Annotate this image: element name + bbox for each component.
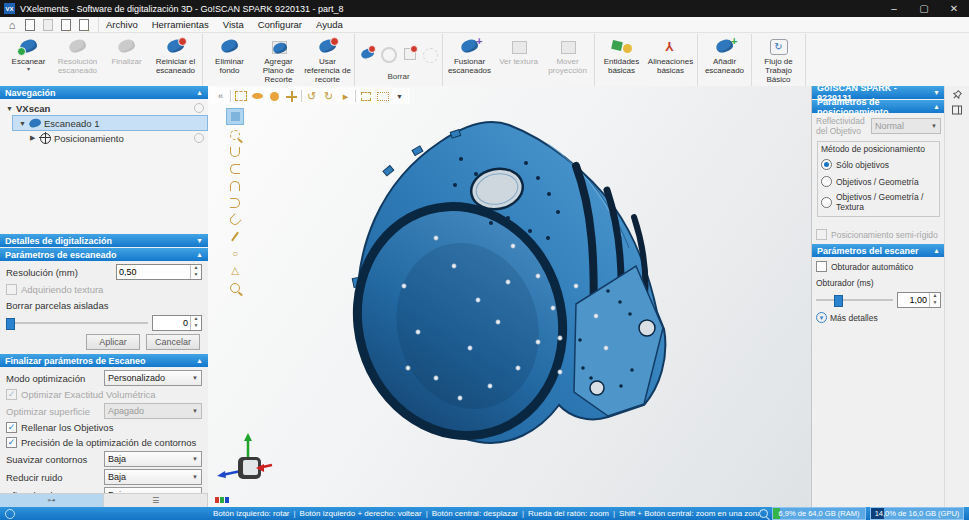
home-icon[interactable]: ⌂ xyxy=(6,19,18,31)
scan-button[interactable]: Escanear ▾ xyxy=(4,35,53,73)
merge-scans-icon: + xyxy=(457,37,483,57)
row-options-icon[interactable] xyxy=(194,133,204,143)
optimization-mode-select[interactable]: Personalizado▼ xyxy=(104,370,202,386)
smooth-contours-select[interactable]: Baja▼ xyxy=(104,451,202,467)
panel-layout-icon[interactable] xyxy=(951,104,963,116)
collapse-chevron-icon[interactable]: ▲ xyxy=(196,251,203,258)
remove-background-button[interactable]: Eliminar fondo xyxy=(205,35,254,75)
erase-eraser-icon[interactable] xyxy=(401,45,419,63)
collapse-chevron-icon[interactable]: ▲ xyxy=(933,103,940,110)
merge-scans-button[interactable]: + Fusionar escaneados xyxy=(445,35,494,75)
new-document-icon[interactable] xyxy=(24,19,36,31)
spinner-arrows-icon[interactable]: ▲▼ xyxy=(929,293,940,307)
radio-icon[interactable] xyxy=(821,197,832,208)
maximize-button[interactable]: ▢ xyxy=(909,0,939,17)
isolated-patches-spinner[interactable]: ▲▼ xyxy=(152,315,202,331)
scanner-parameters-header[interactable]: Parámetros del escaner▲ xyxy=(812,244,945,257)
contour-precision-label: Precisión de la optimización de contorno… xyxy=(21,437,202,448)
cancel-button[interactable]: Cancelar xyxy=(146,334,200,350)
semi-rigid-checkbox xyxy=(816,229,827,240)
resolution-input[interactable] xyxy=(117,265,190,279)
finalize-button: Finalizar xyxy=(102,35,151,66)
save-icon xyxy=(42,19,54,31)
isolated-patches-input[interactable] xyxy=(153,316,190,330)
menu-vista[interactable]: Vista xyxy=(216,19,251,30)
erase-circle-icon xyxy=(381,47,397,63)
pin-icon[interactable] xyxy=(951,89,963,101)
row-options-icon[interactable] xyxy=(194,103,204,113)
shutter-input[interactable] xyxy=(898,293,929,307)
clipping-reference-button[interactable]: Usar referencia de recorte xyxy=(303,35,352,85)
tab-list-view[interactable]: ☰ xyxy=(104,494,208,507)
left-panel-tabs: ⊶ ☰ xyxy=(0,493,208,507)
shutter-slider[interactable] xyxy=(816,294,893,306)
menu-configurar[interactable]: Configurar xyxy=(251,19,309,30)
auto-shutter-checkbox[interactable] xyxy=(816,261,827,272)
texture-label: Adquiriendo textura xyxy=(21,284,202,295)
close-button[interactable]: ✕ xyxy=(939,0,969,17)
export-icon[interactable] xyxy=(78,19,90,31)
isolated-patches-slider[interactable] xyxy=(6,317,148,329)
collapse-chevron-icon[interactable]: ▲ xyxy=(196,89,203,96)
positioning-node-icon xyxy=(40,133,51,144)
erase-group-label: Borrar xyxy=(387,72,409,81)
more-details-toggle[interactable]: ▼ Más detalles xyxy=(816,311,941,324)
radio-objetivos-geometria[interactable]: Objetivos / Geometría xyxy=(821,175,936,188)
finalize-parameters-body: Modo optimización Personalizado▼ Optimiz… xyxy=(0,367,208,507)
scan-parameters-header[interactable]: Parámetros de escaneado▲ xyxy=(0,248,208,261)
fill-targets-checkbox[interactable] xyxy=(6,422,17,433)
minimize-button[interactable]: – xyxy=(879,0,909,17)
collapse-chevron-icon[interactable]: ▲ xyxy=(196,357,203,364)
spinner-arrows-icon[interactable]: ▲▼ xyxy=(190,265,201,279)
right-panel: Go!SCAN SPARK - 9220131▼ Parámetros de p… xyxy=(811,86,945,507)
window-title: VXelements - Software de digitalización … xyxy=(20,4,344,14)
erase-brush-icon[interactable] xyxy=(359,45,377,63)
finalize-parameters-header[interactable]: Finalizar parámetros de Escaneo▲ xyxy=(0,354,208,367)
radio-objetivos-geometria-textura[interactable]: Objetivos / Geometría / Textura xyxy=(821,192,936,212)
expand-arrow-icon[interactable]: ▼ xyxy=(6,105,13,112)
expand-arrow-icon[interactable]: ▼ xyxy=(19,120,26,127)
positioning-parameters-header[interactable]: Parámetros de posicionamiento▲ xyxy=(812,100,945,113)
status-magnifier-icon[interactable] xyxy=(759,509,768,518)
tree-item-posicionamiento[interactable]: ▶ Posicionamiento xyxy=(24,131,208,145)
tab-tree-view[interactable]: ⊶ xyxy=(0,494,104,507)
restart-scan-button[interactable]: Reiniciar el escaneado xyxy=(151,35,200,75)
tree-item-escaneado[interactable]: ▼ Escaneado 1 xyxy=(12,115,208,131)
collapsed-arrow-icon[interactable]: ▶ xyxy=(30,134,37,142)
add-scan-button[interactable]: + Añadir escaneado xyxy=(700,35,749,75)
viewport-logo xyxy=(215,497,229,503)
viewport-3d[interactable]: « ↺ ↻ ▸ ▼ xyxy=(208,86,812,507)
mouse-hints: Botón izquierdo: rotar| Botón izquierdo … xyxy=(213,509,759,518)
digitization-details-header[interactable]: Detalles de digitalización▼ xyxy=(0,234,208,247)
optimization-mode-label: Modo optimización xyxy=(6,373,100,384)
spinner-arrows-icon[interactable]: ▲▼ xyxy=(190,316,201,330)
add-clipping-plane-icon xyxy=(266,37,292,57)
resolution-spinner[interactable]: ▲▼ xyxy=(116,264,202,280)
navigation-header[interactable]: Navegación▲ xyxy=(0,86,208,99)
import-icon[interactable] xyxy=(60,19,72,31)
guided-workflow-button[interactable]: ↻ Flujo de Trabajo Básico guiado xyxy=(754,35,803,94)
scan-dropdown-caret[interactable]: ▾ xyxy=(27,66,30,73)
reduce-noise-select[interactable]: Baja▼ xyxy=(104,469,202,485)
chevron-down-icon[interactable]: ▼ xyxy=(933,89,940,96)
apply-button[interactable]: Aplicar xyxy=(86,334,140,350)
basic-alignments-button[interactable]: Y Alineaciones básicas xyxy=(646,35,695,75)
add-clipping-plane-button[interactable]: Agregar Plano de Recorte xyxy=(254,35,303,85)
expand-chevron-icon[interactable]: ▼ xyxy=(196,237,203,244)
radio-icon[interactable] xyxy=(821,176,832,187)
view-texture-button: Ver textura xyxy=(494,35,543,66)
contour-precision-checkbox[interactable] xyxy=(6,437,17,448)
tree-item-vxscan[interactable]: ▼ VXscan xyxy=(0,101,208,115)
radio-solo-objetivos[interactable]: Sólo objetivos xyxy=(821,158,936,171)
menu-ayuda[interactable]: Ayuda xyxy=(309,19,350,30)
chevron-down-icon: ▼ xyxy=(188,408,198,414)
scan-node-icon xyxy=(28,118,42,129)
fill-targets-label: Rellenar los Objetivos xyxy=(21,422,202,433)
basic-entities-button[interactable]: Entidades básicas xyxy=(597,35,646,75)
menu-archivo[interactable]: Archivo xyxy=(99,19,145,30)
shutter-spinner[interactable]: ▲▼ xyxy=(897,292,941,308)
scanned-model-3d[interactable] xyxy=(208,86,812,507)
collapse-chevron-icon[interactable]: ▲ xyxy=(933,247,940,254)
menu-herramientas[interactable]: Herramientas xyxy=(145,19,216,30)
radio-icon[interactable] xyxy=(821,159,832,170)
